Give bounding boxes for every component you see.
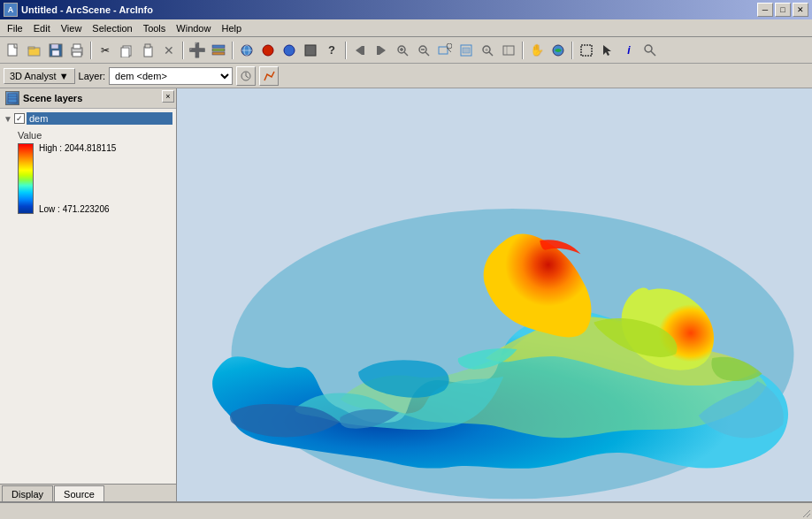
zoom-layer-btn[interactable] (435, 41, 455, 60)
help-btn[interactable]: ? (322, 41, 341, 60)
svg-rect-15 (212, 52, 225, 55)
zoom-out-btn[interactable] (414, 41, 433, 60)
layer-item[interactable]: dem (27, 112, 172, 125)
svg-marker-45 (603, 45, 611, 56)
navigate-fwd[interactable] (372, 41, 391, 60)
svg-rect-11 (144, 47, 152, 57)
svg-rect-21 (305, 45, 316, 56)
layer-checkbox[interactable]: ✓ (14, 113, 25, 124)
svg-marker-24 (379, 46, 386, 55)
svg-point-20 (284, 45, 295, 56)
svg-rect-33 (439, 47, 448, 54)
bottom-tabs: Display Source (0, 484, 176, 501)
svg-line-53 (803, 510, 810, 517)
sep2 (182, 42, 184, 59)
svg-rect-4 (51, 44, 58, 49)
add-data-button[interactable]: ➕ (188, 41, 207, 60)
svg-line-39 (489, 52, 493, 56)
find-btn[interactable] (640, 41, 660, 60)
analyst-icon1[interactable] (236, 66, 256, 86)
blue-btn[interactable] (280, 41, 299, 60)
svg-line-47 (651, 51, 655, 56)
menu-file[interactable]: File (2, 21, 28, 35)
title-bar: A Untitled - ArcScene - ArcInfo ─ □ ✕ (0, 0, 812, 19)
analyst-icon2[interactable] (259, 66, 279, 86)
svg-rect-23 (362, 46, 364, 55)
sep1 (90, 42, 92, 59)
close-button[interactable]: ✕ (793, 3, 808, 17)
red-btn[interactable] (258, 41, 278, 60)
left-panel: Scene layers × ▼ ✓ dem Value High : 2044… (0, 88, 177, 501)
svg-point-46 (645, 45, 652, 52)
app-icon: A (4, 3, 18, 17)
analyst-label[interactable]: 3D Analyst ▼ (4, 68, 75, 84)
zoom2-btn[interactable]: + (478, 41, 497, 60)
svg-rect-10 (121, 48, 129, 57)
layer-label: Layer: (79, 71, 106, 81)
minimize-button[interactable]: ─ (757, 3, 773, 17)
new-button[interactable] (4, 41, 23, 60)
sep3 (232, 42, 234, 59)
svg-rect-7 (73, 44, 80, 49)
panel-close-btn[interactable]: × (162, 90, 174, 103)
zoom-full-btn[interactable] (456, 41, 476, 60)
menu-window[interactable]: Window (171, 21, 216, 35)
block-btn[interactable] (301, 41, 320, 60)
layers-content: ▼ ✓ dem Value High : 2044.818115 Low : 4… (0, 109, 176, 484)
legend-values: High : 2044.818115 Low : 471.223206 (39, 143, 116, 214)
legend-area: Value High : 2044.818115 Low : 471.22320… (0, 126, 176, 218)
globe3-btn[interactable] (548, 41, 568, 60)
menu-tools[interactable]: Tools (138, 21, 172, 35)
navigate-back[interactable] (350, 41, 370, 60)
globe-button[interactable] (237, 41, 257, 60)
menu-help[interactable]: Help (216, 21, 247, 35)
layer-button[interactable] (209, 41, 228, 60)
view-area[interactable] (177, 88, 812, 501)
delete-button[interactable]: ✕ (159, 41, 179, 60)
color-bar (18, 143, 34, 214)
svg-text:+: + (485, 47, 488, 53)
tab-display[interactable]: Display (2, 485, 53, 501)
menu-bar: File Edit View Selection Tools Window He… (0, 19, 812, 37)
svg-rect-2 (28, 47, 34, 49)
menu-view[interactable]: View (56, 21, 88, 35)
cut-button[interactable]: ✂ (96, 41, 115, 60)
layer-dropdown-container: dem <dem> (109, 67, 233, 85)
svg-point-19 (263, 45, 273, 56)
scene-layers-title: Scene layers (23, 93, 82, 103)
open-button[interactable] (25, 41, 44, 60)
select-rect-btn[interactable] (577, 41, 596, 60)
svg-rect-41 (503, 46, 514, 55)
svg-point-34 (447, 43, 452, 49)
legend-low: Low : 471.223206 (39, 204, 116, 214)
layer-name: dem (29, 113, 48, 124)
print-button[interactable] (67, 41, 87, 60)
legend-label: Value (18, 130, 169, 141)
paste-button[interactable] (138, 41, 157, 60)
identify-btn[interactable]: i (619, 41, 639, 60)
menu-edit[interactable]: Edit (28, 21, 56, 35)
resize-handle[interactable] (798, 505, 812, 519)
svg-rect-13 (212, 45, 225, 48)
layer-expand[interactable]: ▼ (4, 114, 12, 124)
tab-source[interactable]: Source (54, 485, 104, 501)
pan-btn[interactable]: ✋ (527, 41, 547, 60)
svg-line-27 (404, 52, 408, 56)
save-button[interactable] (46, 41, 65, 60)
copy-button[interactable] (117, 41, 136, 60)
select-arrow-btn[interactable] (598, 41, 617, 60)
legend-gradient: High : 2044.818115 Low : 471.223206 (18, 143, 169, 214)
layer-dropdown[interactable]: dem <dem> (109, 67, 233, 85)
zoom3-btn[interactable] (499, 41, 518, 60)
menu-selection[interactable]: Selection (87, 21, 137, 35)
svg-rect-12 (145, 44, 150, 48)
terrain-visualization (177, 88, 812, 501)
app-title: Untitled - ArcScene - ArcInfo (21, 4, 153, 15)
sep4 (345, 42, 347, 59)
zoom-in-btn[interactable] (393, 41, 412, 60)
sep6 (571, 42, 573, 59)
maximize-button[interactable]: □ (775, 3, 791, 17)
svg-rect-5 (52, 50, 59, 56)
svg-rect-44 (581, 45, 592, 56)
status-bar (0, 501, 812, 519)
